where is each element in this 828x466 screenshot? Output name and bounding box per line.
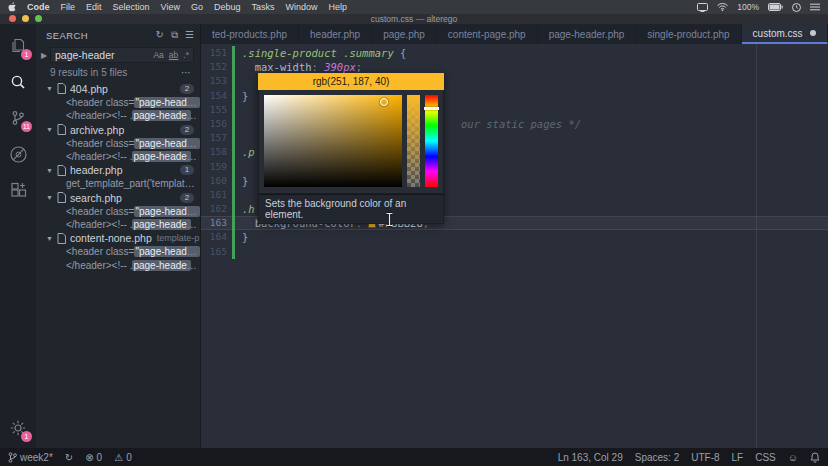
sync-status[interactable]: ↻ xyxy=(65,452,73,463)
result-file-content-none[interactable]: ▼ content-none.php template-p… 2 xyxy=(36,232,200,246)
result-match[interactable]: <header class="page-header"> xyxy=(36,245,200,259)
activitybar-debug[interactable] xyxy=(2,138,34,170)
result-file-archive[interactable]: ▼ archive.php 2 xyxy=(36,123,200,137)
menu-item-window[interactable]: Window xyxy=(285,2,317,12)
file-icon xyxy=(57,192,66,203)
extensions-icon xyxy=(10,182,27,199)
activitybar-extensions[interactable] xyxy=(2,174,34,206)
result-match[interactable]: <header class="page-header"> xyxy=(36,204,200,218)
saturation-handle[interactable] xyxy=(380,98,388,106)
tab-page-php[interactable]: page.php xyxy=(372,24,437,44)
wifi-icon[interactable] xyxy=(717,3,728,11)
toggle-details-icon[interactable]: ☰ xyxy=(185,29,194,41)
result-file-404[interactable]: ▼ 404.php 2 xyxy=(36,82,200,96)
match-count-badge: 2 xyxy=(180,193,194,203)
result-match[interactable]: </header><!-- .page-header --> xyxy=(36,109,200,123)
refresh-icon[interactable]: ↻ xyxy=(156,29,164,41)
hue-strip[interactable] xyxy=(425,95,438,187)
activitybar-explorer[interactable]: 1 xyxy=(2,30,34,62)
chevron-down-icon[interactable]: ▼ xyxy=(46,126,55,133)
eol-sequence[interactable]: LF xyxy=(732,452,744,463)
code-editor[interactable]: 151.single-product .summary { 152 max-wi… xyxy=(201,44,828,448)
hue-handle[interactable] xyxy=(424,107,439,110)
match-pre: </header><!-- . xyxy=(66,260,132,271)
tab-related-products[interactable]: ted-products.php xyxy=(201,24,299,44)
activity-bar: 1 11 1 xyxy=(0,24,36,448)
bell-icon xyxy=(810,452,820,463)
match-pre: <header class= xyxy=(66,138,134,149)
tab-custom-css[interactable]: custom.css xyxy=(742,24,828,44)
menu-item-tasks[interactable]: Tasks xyxy=(251,2,274,12)
warnings-status[interactable]: ⚠0 xyxy=(114,452,132,463)
indentation[interactable]: Spaces: 2 xyxy=(635,452,679,463)
modified-dot-icon[interactable] xyxy=(810,30,816,36)
macos-menubar: Code File Edit Selection View Go Debug T… xyxy=(0,0,828,14)
code-line: 151.single-product .summary { xyxy=(201,46,828,60)
result-match[interactable]: </header><!-- .page-header --> xyxy=(36,259,200,273)
code-line: 164} xyxy=(201,230,828,244)
errors-status[interactable]: ⊗0 xyxy=(85,452,102,463)
result-match[interactable]: </header><!-- .page-header --> xyxy=(36,218,200,232)
language-mode[interactable]: CSS xyxy=(755,452,776,463)
feedback-smiley-icon[interactable]: ☺ xyxy=(788,452,798,463)
saturation-box[interactable] xyxy=(264,95,402,187)
git-branch-status[interactable]: week2* xyxy=(8,452,53,463)
menu-item-selection[interactable]: Selection xyxy=(113,2,150,12)
menu-item-file[interactable]: File xyxy=(61,2,76,12)
file-name: header.php xyxy=(70,164,123,176)
result-match[interactable]: </header><!-- .page-header --> xyxy=(36,150,200,164)
clear-results-icon[interactable]: ⧉ xyxy=(171,29,178,41)
match-highlight: page-header xyxy=(132,219,191,230)
more-actions-icon[interactable]: ⋯ xyxy=(181,67,192,78)
chevron-down-icon[interactable]: ▼ xyxy=(46,194,55,201)
result-file-search[interactable]: ▼ search.php 2 xyxy=(36,191,200,205)
activitybar-source-control[interactable]: 11 xyxy=(2,102,34,134)
match-case-icon[interactable]: Aa xyxy=(153,50,163,60)
tab-single-product-php[interactable]: single-product.php xyxy=(636,24,741,44)
cursor-position[interactable]: Ln 163, Col 29 xyxy=(558,452,623,463)
tab-page-header-php[interactable]: page-header.php xyxy=(538,24,637,44)
chevron-down-icon[interactable]: ▼ xyxy=(46,85,55,92)
tab-header-php[interactable]: header.php xyxy=(299,24,372,44)
tab-content-page-php[interactable]: content-page.php xyxy=(437,24,538,44)
window-titlebar: custom.css — alterego xyxy=(0,14,828,24)
color-picker-value[interactable]: rgb(251, 187, 40) xyxy=(258,73,444,90)
editor-group: ted-products.php header.php page.php con… xyxy=(200,24,828,448)
match-pre: <header class= xyxy=(66,97,134,108)
explorer-badge: 1 xyxy=(21,49,32,60)
file-icon xyxy=(57,165,66,176)
clock-icon[interactable] xyxy=(792,3,801,12)
menu-item-go[interactable]: Go xyxy=(191,2,203,12)
search-sidebar: SEARCH ↻ ⧉ ☰ ▶ page-header Aa ab .* xyxy=(36,24,200,448)
menu-item-code[interactable]: Code xyxy=(27,2,50,12)
result-match[interactable]: <header class="page-header"> xyxy=(36,136,200,150)
expand-search-icon[interactable]: ▶ xyxy=(38,51,50,60)
result-file-header[interactable]: ▼ header.php 1 xyxy=(36,164,200,178)
result-match[interactable]: get_template_part('template-parts/… xyxy=(36,177,200,191)
encoding[interactable]: UTF-8 xyxy=(691,452,719,463)
menu-item-debug[interactable]: Debug xyxy=(214,2,241,12)
activitybar-settings[interactable]: 1 xyxy=(2,412,34,444)
code-line: 165 xyxy=(201,245,828,259)
whole-word-icon[interactable]: ab xyxy=(169,50,178,60)
notifications-bell[interactable] xyxy=(810,452,820,463)
menu-item-view[interactable]: View xyxy=(161,2,180,12)
display-icon[interactable] xyxy=(697,3,708,12)
search-input[interactable]: page-header Aa ab .* xyxy=(50,47,194,63)
match-highlight: page-header xyxy=(132,260,191,271)
menu-item-help[interactable]: Help xyxy=(329,2,348,12)
match-count-badge: 2 xyxy=(180,125,194,135)
activitybar-search[interactable] xyxy=(2,66,34,98)
error-icon: ⊗ xyxy=(85,452,93,463)
chevron-down-icon[interactable]: ▼ xyxy=(46,167,55,174)
warning-icon: ⚠ xyxy=(114,452,123,463)
file-icon xyxy=(57,233,66,244)
regex-icon[interactable]: .* xyxy=(183,50,189,60)
result-match[interactable]: <header class="page-header"> xyxy=(36,96,200,110)
apple-menu-icon[interactable] xyxy=(8,2,17,12)
match-highlight: "page-header" xyxy=(134,97,200,108)
opacity-strip[interactable] xyxy=(407,95,420,187)
control-center-icon[interactable] xyxy=(810,3,820,11)
chevron-down-icon[interactable]: ▼ xyxy=(46,235,55,242)
menu-item-edit[interactable]: Edit xyxy=(86,2,102,12)
